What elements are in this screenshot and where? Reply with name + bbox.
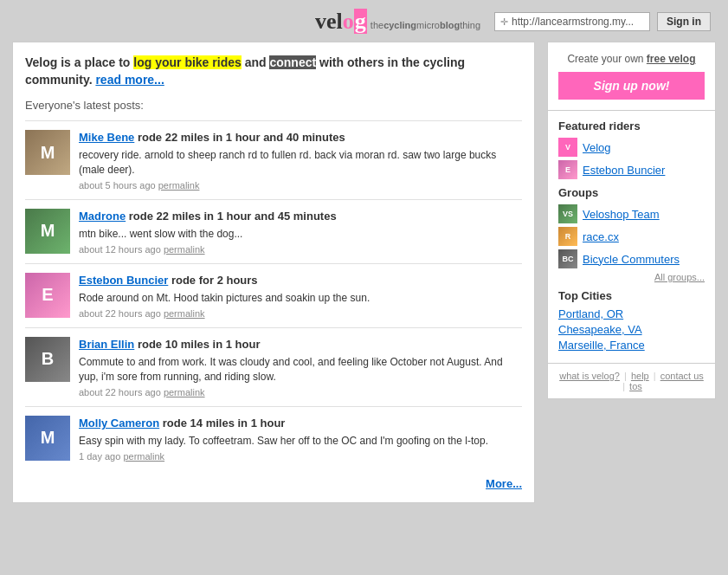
create-free: free velog — [647, 53, 696, 65]
avatar-image: M — [25, 130, 70, 175]
post-time: 1 day ago — [79, 451, 120, 462]
group-avatar: VS — [558, 204, 577, 223]
post-time: about 22 hours ago — [79, 387, 161, 397]
divider: | — [654, 371, 656, 381]
post-meta: about 12 hours ago permalink — [79, 244, 522, 255]
signup-button[interactable]: Sign up now! — [558, 72, 705, 100]
post-permalink[interactable]: permalink — [158, 180, 200, 191]
avatar: M — [25, 416, 70, 461]
post-text: Easy spin with my lady. To coffeetram. S… — [79, 434, 522, 449]
avatar: M — [25, 209, 70, 254]
post-user-link[interactable]: Brian Ellin — [79, 338, 134, 351]
post-user-link[interactable]: Molly Cameron — [79, 417, 159, 430]
post-meta: about 22 hours ago permalink — [79, 308, 522, 319]
post-title-rest: rode for 2 hours — [168, 274, 257, 287]
tagline-blog: blog — [440, 20, 460, 30]
create-text: Create your own free velog — [558, 53, 705, 65]
read-more-link[interactable]: read more... — [95, 73, 164, 87]
post-text: mtn bike... went slow with the dog... — [79, 227, 522, 242]
create-prefix: Create your own — [567, 53, 646, 65]
post-text: Commute to and from work. It was cloudy … — [79, 355, 522, 384]
intro-text: Velog is a place to log your bike rides … — [25, 55, 522, 88]
app: velog thecyclingmicroblogthing ✛ http://… — [0, 0, 728, 575]
post-permalink[interactable]: permalink — [164, 244, 205, 255]
logo-area: velog thecyclingmicroblogthing — [315, 9, 480, 35]
all-groups-link[interactable]: All groups... — [654, 272, 705, 282]
featured-avatar: V — [558, 138, 577, 157]
signin-button[interactable]: Sign in — [657, 12, 711, 31]
post-permalink[interactable]: permalink — [164, 387, 205, 397]
post-title: Madrone rode 22 miles in 1 hour and 45 m… — [79, 209, 522, 224]
featured-section: Featured riders V Velog E Estebon Buncie… — [547, 111, 716, 364]
footer-tos-link[interactable]: tos — [629, 381, 642, 391]
group-link[interactable]: race.cx — [583, 230, 619, 243]
post-item: M Madrone rode 22 miles in 1 hour and 45… — [25, 199, 522, 263]
post-title: Mike Bene rode 22 miles in 1 hour and 40… — [79, 130, 522, 145]
city-link[interactable]: Portland, OR — [558, 307, 623, 320]
city-item: Marseille, France — [558, 339, 705, 352]
featured-avatar: E — [558, 160, 577, 179]
group-avatar: R — [558, 227, 577, 246]
tagline-micro: micro — [416, 20, 440, 30]
post-user-link[interactable]: Mike Bene — [79, 131, 134, 144]
post-item: E Estebon Buncier rode for 2 hours Rode … — [25, 263, 522, 327]
left-panel: Velog is a place to log your bike rides … — [12, 42, 535, 503]
groups-title: Groups — [558, 186, 705, 199]
logo-o: o — [343, 9, 354, 34]
footer-links: what is velog? | help | contact us | tos — [547, 364, 716, 399]
avatar: M — [25, 130, 70, 175]
posts-header: Everyone's latest posts: — [25, 99, 522, 112]
post-body: Madrone rode 22 miles in 1 hour and 45 m… — [79, 209, 522, 255]
more-link: More... — [25, 470, 522, 490]
url-icon: ✛ — [500, 16, 508, 28]
group-item: R race.cx — [558, 227, 705, 246]
intro-highlight1: log your bike rides — [133, 55, 241, 69]
post-title: Estebon Buncier rode for 2 hours — [79, 273, 522, 288]
main-content: Velog is a place to log your bike rides … — [0, 42, 728, 515]
city-link[interactable]: Chesapeake, VA — [558, 323, 642, 336]
post-body: Estebon Buncier rode for 2 hours Rode ar… — [79, 273, 522, 319]
avatar-image: M — [25, 209, 70, 254]
post-time: about 22 hours ago — [79, 308, 161, 319]
posts-list: M Mike Bene rode 22 miles in 1 hour and … — [25, 120, 522, 470]
post-item: B Brian Ellin rode 10 miles in 1 hour Co… — [25, 327, 522, 406]
post-permalink[interactable]: permalink — [164, 308, 205, 319]
post-body: Molly Cameron rode 14 miles in 1 hour Ea… — [79, 416, 522, 462]
featured-rider-item: V Velog — [558, 138, 705, 157]
logo: velog — [315, 9, 367, 35]
featured-rider-link[interactable]: Velog — [583, 141, 611, 154]
avatar-image: M — [25, 416, 70, 461]
featured-rider-item: E Estebon Buncier — [558, 160, 705, 179]
top-cities-title: Top Cities — [558, 289, 705, 302]
url-bar[interactable]: ✛ http://lancearmstrong.my... — [494, 12, 650, 31]
tagline-thing: thing — [460, 20, 480, 30]
logo-g: g — [354, 9, 367, 34]
more-posts-link[interactable]: More... — [486, 477, 522, 490]
city-item: Chesapeake, VA — [558, 323, 705, 336]
intro-highlight2: connect — [269, 55, 316, 69]
footer-contact-link[interactable]: contact us — [660, 371, 704, 381]
avatar: B — [25, 337, 70, 382]
post-title-rest: rode 10 miles in 1 hour — [134, 338, 260, 351]
intro-before: Velog is a place to — [25, 55, 133, 69]
post-item: M Mike Bene rode 22 miles in 1 hour and … — [25, 120, 522, 199]
post-meta: 1 day ago permalink — [79, 451, 522, 462]
group-link[interactable]: Veloshop Team — [583, 208, 660, 221]
post-meta: about 22 hours ago permalink — [79, 387, 522, 397]
post-body: Brian Ellin rode 10 miles in 1 hour Comm… — [79, 337, 522, 397]
footer-help-link[interactable]: help — [631, 371, 649, 381]
post-body: Mike Bene rode 22 miles in 1 hour and 40… — [79, 130, 522, 191]
url-text: http://lancearmstrong.my... — [512, 16, 634, 28]
group-item: VS Veloshop Team — [558, 204, 705, 223]
post-user-link[interactable]: Estebon Buncier — [79, 274, 168, 287]
avatar-image: B — [25, 337, 70, 382]
post-user-link[interactable]: Madrone — [79, 210, 126, 223]
featured-rider-link[interactable]: Estebon Buncier — [583, 164, 665, 177]
featured-riders-title: Featured riders — [558, 120, 705, 132]
group-item: BC Bicycle Commuters — [558, 249, 705, 268]
post-permalink[interactable]: permalink — [123, 451, 164, 462]
footer-whatis-link[interactable]: what is velog? — [559, 371, 620, 381]
group-link[interactable]: Bicycle Commuters — [583, 253, 680, 266]
right-panel: Create your own free velog Sign up now! … — [547, 42, 716, 503]
city-link[interactable]: Marseille, France — [558, 339, 645, 352]
